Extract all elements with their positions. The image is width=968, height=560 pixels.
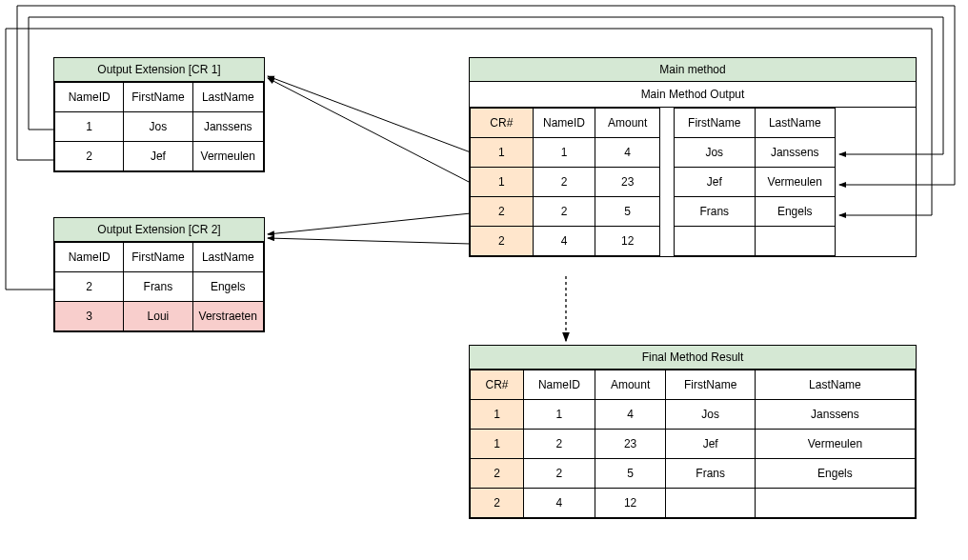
- final-result-box: Final Method Result CR# NameID Amount Fi…: [469, 345, 917, 519]
- main-title: Main method: [470, 58, 916, 82]
- table-row: 1 2 23 Jef Vermeulen: [471, 430, 916, 459]
- cell: Vermeulen: [755, 168, 836, 197]
- cell: 4: [524, 489, 595, 518]
- arrow-cr2-b: [268, 238, 471, 244]
- table-row: Jef Vermeulen: [675, 168, 836, 197]
- table-row: FirstName LastName: [675, 109, 836, 138]
- cell: 23: [595, 430, 666, 459]
- cell-cr: 1: [471, 400, 524, 430]
- output-extension-cr1: Output Extension [CR 1] NameID FirstName…: [53, 57, 265, 172]
- table-row: NameID FirstName LastName: [55, 243, 264, 272]
- cell: [666, 489, 755, 518]
- cell: Frans: [124, 272, 192, 302]
- cell: Frans: [675, 197, 756, 227]
- cell: Janssens: [755, 400, 915, 430]
- arrow-cr1-a: [268, 76, 471, 152]
- cell: Engels: [755, 459, 915, 489]
- cell: Jef: [666, 430, 755, 459]
- cell: 1: [533, 138, 595, 168]
- col-header: LastName: [192, 83, 263, 112]
- col-header: NameID: [524, 370, 595, 400]
- col-header: FirstName: [666, 370, 755, 400]
- cell: Janssens: [755, 138, 836, 168]
- table-row: 2 4 12: [471, 227, 660, 256]
- table-row: CR# NameID Amount FirstName LastName: [471, 370, 916, 400]
- main-left-table: CR# NameID Amount 1 1 4 1 2 23 2 2 5: [470, 108, 660, 256]
- arrow-cr1-b: [268, 78, 471, 183]
- cell: 2: [55, 272, 124, 302]
- cell: Vermeulen: [755, 430, 915, 459]
- ext2-table: NameID FirstName LastName 2 Frans Engels…: [54, 242, 264, 331]
- table-row: 2 2 5 Frans Engels: [471, 459, 916, 489]
- cell: Jos: [124, 112, 192, 142]
- col-header: LastName: [755, 109, 836, 138]
- col-header: FirstName: [124, 243, 192, 272]
- table-row: 2 4 12: [471, 489, 916, 518]
- cell: Janssens: [192, 112, 263, 142]
- col-header: LastName: [755, 370, 915, 400]
- cell-cr: 2: [471, 459, 524, 489]
- ext2-title: Output Extension [CR 2]: [54, 218, 264, 242]
- cell: 5: [595, 459, 666, 489]
- table-row: 1 1 4 Jos Janssens: [471, 400, 916, 430]
- cell: 2: [533, 197, 595, 227]
- table-row: [675, 227, 836, 256]
- col-header-amount: Amount: [595, 109, 660, 138]
- col-header-cr: CR#: [471, 370, 524, 400]
- cell: 2: [533, 168, 595, 197]
- cell: Frans: [666, 459, 755, 489]
- cell-cr: 2: [471, 489, 524, 518]
- table-row: CR# NameID Amount: [471, 109, 660, 138]
- table-row: 2 2 5: [471, 197, 660, 227]
- col-header: FirstName: [675, 109, 756, 138]
- cell: Verstraeten: [192, 302, 263, 331]
- cell: Jos: [666, 400, 755, 430]
- col-header: NameID: [55, 243, 124, 272]
- col-header-cr: CR#: [471, 109, 534, 138]
- arrow-cr2-a: [268, 213, 471, 234]
- col-header: LastName: [192, 243, 263, 272]
- cell: 2: [55, 142, 124, 171]
- cell-cr: 1: [471, 138, 534, 168]
- final-title: Final Method Result: [470, 346, 916, 370]
- cell: Vermeulen: [192, 142, 263, 171]
- table-row-highlighted: 3 Loui Verstraeten: [55, 302, 264, 331]
- table-row: 1 Jos Janssens: [55, 112, 264, 142]
- main-right-table: FirstName LastName Jos Janssens Jef Verm…: [674, 108, 836, 256]
- table-row: Jos Janssens: [675, 138, 836, 168]
- cell: 5: [595, 197, 660, 227]
- main-method-box: Main method Main Method Output CR# NameI…: [469, 57, 917, 257]
- table-row: Frans Engels: [675, 197, 836, 227]
- cell-cr: 2: [471, 227, 534, 256]
- cell-cr: 1: [471, 430, 524, 459]
- ext1-table: NameID FirstName LastName 1 Jos Janssens…: [54, 82, 264, 171]
- output-extension-cr2: Output Extension [CR 2] NameID FirstName…: [53, 217, 265, 332]
- cell: Engels: [192, 272, 263, 302]
- cell: [675, 227, 756, 256]
- cell: 12: [595, 227, 660, 256]
- cell: [755, 489, 915, 518]
- col-header: NameID: [533, 109, 595, 138]
- cell: 4: [595, 400, 666, 430]
- cell: 1: [55, 112, 124, 142]
- cell: 1: [524, 400, 595, 430]
- col-header: NameID: [55, 83, 124, 112]
- cell: 4: [595, 138, 660, 168]
- cell: 4: [533, 227, 595, 256]
- cell: Jos: [675, 138, 756, 168]
- cell: Loui: [124, 302, 192, 331]
- final-table: CR# NameID Amount FirstName LastName 1 1…: [470, 370, 916, 518]
- cell: Jef: [124, 142, 192, 171]
- table-row: 1 2 23: [471, 168, 660, 197]
- col-header: FirstName: [124, 83, 192, 112]
- cell: 23: [595, 168, 660, 197]
- cell: [755, 227, 836, 256]
- cell: 2: [524, 430, 595, 459]
- table-row: 2 Frans Engels: [55, 272, 264, 302]
- table-row: 1 1 4: [471, 138, 660, 168]
- cell: Engels: [755, 197, 836, 227]
- cell: 3: [55, 302, 124, 331]
- col-header: Amount: [595, 370, 666, 400]
- cell: Jef: [675, 168, 756, 197]
- cell: 12: [595, 489, 666, 518]
